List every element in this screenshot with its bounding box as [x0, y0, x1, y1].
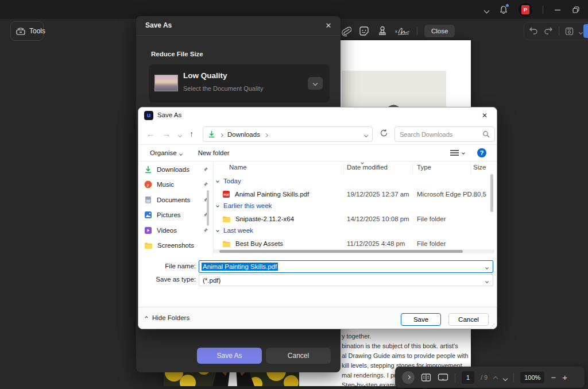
dialog-footer: Hide Folders Save Cancel ⋰: [138, 307, 497, 329]
annotation-close-button[interactable]: Close: [424, 25, 455, 37]
save-button[interactable]: Save: [401, 313, 441, 326]
new-folder-button[interactable]: New folder: [198, 149, 230, 156]
breadcrumb-location[interactable]: Downloads: [227, 131, 260, 138]
list-horizontal-scrollbar[interactable]: [214, 249, 494, 253]
group-label: Earlier this week: [223, 202, 272, 209]
restore-icon[interactable]: [572, 6, 580, 14]
history-chevron-icon[interactable]: [179, 129, 181, 138]
divider: [470, 163, 471, 174]
sidebar-item-pictures[interactable]: Pictures: [144, 209, 208, 221]
music-icon: ♪: [144, 180, 152, 188]
sidebar-item-documents[interactable]: Documents: [144, 194, 208, 206]
column-header-size[interactable]: Size: [473, 164, 486, 171]
file-name: Snipaste-2.11.2-x64: [235, 215, 294, 222]
up-icon[interactable]: ↑: [189, 129, 194, 138]
attachment-icon[interactable]: [341, 25, 351, 37]
column-header-date[interactable]: Date modified: [347, 164, 388, 171]
minimize-icon[interactable]: [554, 6, 562, 14]
file-date: 19/12/2025 12:37 am: [347, 191, 409, 198]
address-dropdown-icon[interactable]: [365, 131, 368, 138]
reduce-file-size-label: Reduce File Size: [151, 51, 203, 57]
group-header-today[interactable]: Today: [216, 178, 241, 184]
column-header-type[interactable]: Type: [417, 164, 431, 171]
close-icon[interactable]: ✕: [322, 20, 335, 32]
cancel-button[interactable]: Cancel: [448, 313, 489, 326]
search-input[interactable]: Search Downloads: [394, 126, 495, 142]
chevron-up-icon: [145, 316, 148, 319]
documents-icon: [144, 196, 152, 204]
pin-icon: [203, 167, 208, 172]
zoom-out-icon[interactable]: −: [551, 372, 556, 382]
forward-icon[interactable]: →: [163, 129, 171, 138]
notifications-bell-icon[interactable]: [499, 5, 508, 14]
chevron-down-icon[interactable]: [579, 26, 582, 36]
refresh-icon[interactable]: [380, 129, 388, 137]
file-type: File folder: [417, 215, 446, 222]
sidebar-scrollbar[interactable]: [207, 190, 209, 226]
undo-icon[interactable]: [529, 27, 538, 35]
account-avatar[interactable]: P: [519, 3, 532, 17]
view-options-button[interactable]: [450, 149, 465, 156]
dialog-titlebar: u Save As ✕: [138, 107, 497, 124]
sidebar-item-videos[interactable]: Videos: [144, 224, 208, 237]
scrollbar-thumb[interactable]: [219, 250, 463, 253]
divider: [455, 373, 455, 382]
zoom-level-value[interactable]: 100%: [520, 372, 544, 383]
sidebar-label: Music: [157, 181, 198, 188]
command-bar: Organise New folder ?: [138, 144, 497, 161]
sticker-icon[interactable]: [358, 25, 370, 37]
tools-button[interactable]: Tools: [10, 21, 44, 41]
file-date: 11/12/2025 4:48 pm: [347, 240, 405, 247]
sidebar-label: Pictures: [157, 211, 198, 218]
column-header-name[interactable]: Name: [229, 164, 247, 171]
expand-toolbar-button[interactable]: [402, 371, 415, 384]
file-type: File folder: [417, 240, 446, 247]
organise-button[interactable]: Organise: [150, 149, 182, 156]
downloads-icon: [144, 165, 152, 174]
file-name: Best Buy Assets: [235, 240, 283, 247]
stamp-icon[interactable]: [377, 25, 388, 37]
document-text-line: bination is the subject of this book. ar…: [342, 342, 458, 349]
search-placeholder: Search Downloads: [400, 131, 482, 138]
hide-folders-button[interactable]: Hide Folders: [145, 314, 189, 321]
redo-icon[interactable]: [544, 27, 553, 35]
modal-save-as-button[interactable]: Save As: [197, 348, 262, 364]
videos-icon: [144, 226, 152, 234]
page-navigation-toolbar: 1 / 9 100% − +: [395, 367, 585, 388]
quality-option-card[interactable]: Low Quality Select the Document Quality: [149, 64, 330, 102]
group-header-last-week[interactable]: Last week: [216, 227, 253, 234]
next-page-icon[interactable]: [504, 372, 507, 383]
chevron-down-icon[interactable]: [486, 263, 488, 270]
save-icon[interactable]: [565, 27, 574, 36]
sidebar-item-downloads[interactable]: Downloads: [144, 163, 208, 176]
reading-mode-icon[interactable]: [421, 373, 431, 382]
presentation-mode-icon[interactable]: [438, 373, 448, 382]
file-name-input[interactable]: Animal Painting Skills.pdf: [199, 260, 493, 273]
signature-icon[interactable]: x: [395, 25, 410, 37]
file-type: Microsoft Edge PD...: [417, 191, 477, 198]
save-as-type-select[interactable]: (*.pdf): [199, 274, 493, 286]
previous-page-icon[interactable]: [494, 372, 497, 383]
quality-dropdown-button[interactable]: [308, 77, 323, 90]
help-icon[interactable]: ?: [477, 148, 486, 157]
modal-cancel-button[interactable]: Cancel: [266, 348, 331, 364]
list-vertical-scrollbar[interactable]: [490, 174, 493, 212]
resize-grip[interactable]: ⋰: [490, 323, 495, 329]
ai-assistant-button[interactable]: [583, 24, 588, 38]
sidebar-item-music[interactable]: ♪ Music: [144, 178, 208, 191]
zoom-in-icon[interactable]: +: [562, 372, 567, 382]
breadcrumb[interactable]: Downloads: [203, 126, 373, 142]
group-header-earlier-this-week[interactable]: Earlier this week: [216, 202, 272, 209]
divider: [559, 27, 559, 35]
current-page-input[interactable]: 1: [462, 371, 474, 384]
selected-file-name: Animal Painting Skills.pdf: [202, 263, 278, 271]
svg-text:PDF: PDF: [223, 193, 229, 197]
close-icon[interactable]: ✕: [477, 110, 492, 121]
pdf-icon: PDF: [222, 190, 230, 198]
back-icon[interactable]: ←: [146, 129, 154, 138]
chevron-right-icon[interactable]: [265, 131, 268, 138]
sidebar-item-screenshots[interactable]: Screenshots: [144, 239, 208, 252]
chevron-down-icon[interactable]: [485, 5, 489, 15]
chevron-down-icon[interactable]: [486, 277, 488, 284]
folder-icon: [144, 242, 153, 249]
